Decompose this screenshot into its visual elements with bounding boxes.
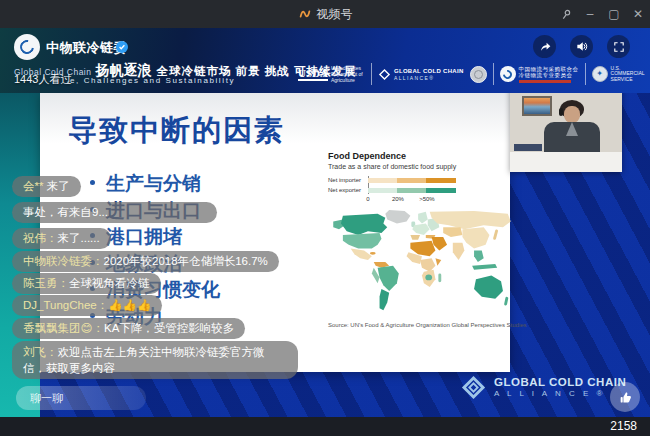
legend-bar-importer xyxy=(368,178,456,183)
uscs-line3: SERVICE xyxy=(611,77,645,83)
verified-badge-icon xyxy=(116,41,128,53)
tick-0: 0 xyxy=(366,196,369,202)
bullet-item: 生产与分销 xyxy=(88,171,220,198)
gcca-footer-line2: A L L I A N C E ® xyxy=(494,389,626,399)
chart-title: Food Dependence xyxy=(328,151,508,161)
close-button[interactable]: ✕ xyxy=(626,0,650,28)
pin-icon[interactable] xyxy=(554,0,578,28)
seal-logo xyxy=(470,66,487,83)
chart-subtitle: Trade as a share of domestic food supply xyxy=(328,163,508,170)
like-button[interactable] xyxy=(610,382,640,412)
cflp-emblem-icon xyxy=(500,66,516,82)
slide-bullet-list: 生产与分销 进口与出口 港口拥堵 地缘政治 消费习惯变化 劳动力 xyxy=(88,171,220,330)
viewer-count: 1443人看过 xyxy=(14,72,71,87)
gcca-diamond-icon xyxy=(378,68,391,81)
bottom-bar: 2158 xyxy=(0,417,650,436)
channels-logo-icon xyxy=(298,7,312,21)
gcca-footer-line1: GLOBAL COLD CHAIN xyxy=(494,376,626,389)
channel-avatar[interactable] xyxy=(14,34,40,60)
share-arrow-icon xyxy=(537,39,552,54)
tick-50: >50% xyxy=(419,196,435,202)
gcca-footer-logo: GLOBAL COLD CHAIN A L L I A N C E ® xyxy=(460,374,626,401)
channel-name[interactable]: 中物联冷链委 xyxy=(46,39,127,57)
minimize-button[interactable]: – xyxy=(578,0,602,28)
gcca-header-logo: GLOBAL COLD CHAIN ALLIANCE® xyxy=(378,68,464,81)
food-dependence-chart: Food Dependence Trade as a share of dome… xyxy=(328,151,508,328)
app-title: 视频号 xyxy=(298,6,353,23)
left-accent-strip xyxy=(0,62,40,417)
fullscreen-icon xyxy=(612,40,626,54)
presenter-video xyxy=(510,88,622,172)
usda-text: United States Department of Agriculture xyxy=(331,65,365,83)
legend-ticks: 0 20% >50% xyxy=(368,196,456,204)
gcca-diamond-icon xyxy=(460,374,487,401)
wall-picture xyxy=(522,96,552,116)
world-map xyxy=(328,208,514,316)
app-title-text: 视频号 xyxy=(317,6,353,23)
bullet-item: 消费习惯变化 xyxy=(88,277,220,304)
speaker-icon xyxy=(574,39,589,54)
usda-acronym: USDA xyxy=(298,68,328,81)
slide-title: 导致中断的因素 xyxy=(68,111,285,151)
presenter-face xyxy=(564,106,580,123)
presentation-slide: 导致中断的因素 生产与分销 进口与出口 港口拥堵 地缘政治 消费习惯变化 劳动力… xyxy=(40,93,510,372)
volume-button[interactable] xyxy=(570,35,593,58)
cflp-logo: 中国物流与采购联合会 冷链物流专业委员会 xyxy=(500,66,579,83)
app-window: 视频号 – ▢ ✕ 导致中断的因素 生产与分销 进口与出口 港口拥堵 地缘政治 … xyxy=(0,0,650,436)
share-button[interactable] xyxy=(533,35,556,58)
bullet-item: 劳动力 xyxy=(88,304,220,331)
chart-source: Source: UN's Food & Agriculture Organiza… xyxy=(328,322,508,328)
thumbs-up-icon xyxy=(618,390,633,405)
usda-logo: USDA United States Department of Agricul… xyxy=(298,65,365,83)
legend-label-exporter: Net exporter xyxy=(328,187,368,193)
tick-20: 20% xyxy=(392,196,404,202)
cflp-red-banner xyxy=(519,80,571,83)
window-controls: – ▢ ✕ xyxy=(554,0,650,28)
chat-input[interactable]: 聊一聊 xyxy=(16,386,146,410)
chart-legend: Net importer Net exporter xyxy=(328,176,508,194)
chat-input-placeholder: 聊一聊 xyxy=(30,391,63,406)
avatar-emblem-icon xyxy=(17,37,36,56)
conference-banner-line2: e, Challenges and Sustainability xyxy=(70,76,235,85)
headset-icon xyxy=(559,108,563,116)
us-commercial-service-logo: ✦ U.S. COMMERCIAL SERVICE xyxy=(592,66,645,83)
legend-bar-exporter xyxy=(368,188,456,193)
stream-header: 中物联冷链委 Global Cold Ch xyxy=(0,28,650,93)
gcca-header-line2: ALLIANCE® xyxy=(394,75,464,81)
presenter-desk xyxy=(510,152,622,172)
cflp-line2: 冷链物流专业委员会 xyxy=(519,72,579,79)
fullscreen-button[interactable] xyxy=(607,35,630,58)
video-stage: 导致中断的因素 生产与分销 进口与出口 港口拥堵 地缘政治 消费习惯变化 劳动力… xyxy=(0,28,650,417)
bullet-item: 进口与出口 xyxy=(88,198,220,225)
presenter-name-tag xyxy=(514,144,542,151)
legend-label-importer: Net importer xyxy=(328,177,368,183)
uscs-emblem-icon: ✦ xyxy=(592,66,608,82)
like-count: 2158 xyxy=(610,419,637,433)
window-titlebar: 视频号 – ▢ ✕ xyxy=(0,0,650,28)
gcca-header-line1: GLOBAL COLD CHAIN xyxy=(394,68,464,75)
bullet-item: 港口拥堵 xyxy=(88,224,220,251)
maximize-button[interactable]: ▢ xyxy=(602,0,626,28)
partner-logos: USDA United States Department of Agricul… xyxy=(298,59,645,89)
bullet-item: 地缘政治 xyxy=(88,251,220,278)
